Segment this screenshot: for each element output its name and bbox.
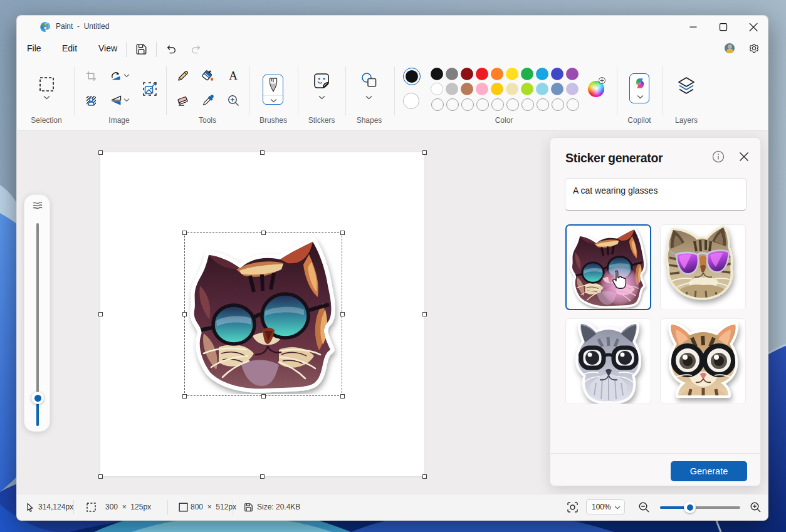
svg-text:A: A [229,70,238,81]
